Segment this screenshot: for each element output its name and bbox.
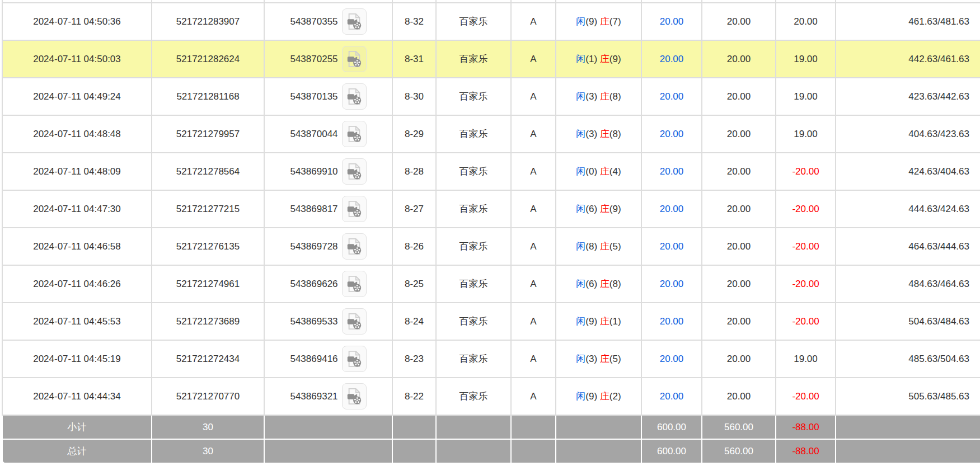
video-replay-button[interactable] [342,8,367,35]
bet-records-table-container: 2024-07-11 04:50:36521721283907543870355… [2,0,980,464]
banker-label: 庄 [600,204,609,214]
banker-score: (1) [609,316,621,327]
game-id-cell: 543870135 [264,78,392,115]
game-type-cell: 百家乐 [436,115,511,153]
table-code-cell: A [511,378,556,415]
bet-time-cell: 2024-07-11 04:45:19 [2,340,152,378]
table-row[interactable]: 2024-07-11 04:45:53521721273689543869533… [2,303,980,340]
table-row[interactable]: 2024-07-11 04:48:48521721279957543870044… [2,115,980,153]
result-cell: 闲(3) 庄(8) [556,78,641,115]
game-id-cell: 543869533 [264,303,392,340]
video-replay-icon [346,125,363,143]
banker-score: (8) [609,129,621,139]
game-type-cell: 百家乐 [436,340,511,378]
table-code-cell: A [511,40,556,78]
order-id-cell: 521721283907 [152,3,264,40]
video-replay-button[interactable] [342,196,367,222]
order-id-cell: 521721281168 [152,78,264,115]
order-id-cell: 521721274961 [152,265,264,303]
game-id-cell: 543870255 [264,40,392,78]
banker-score: (8) [609,91,621,102]
table-row[interactable]: 2024-07-11 04:48:09521721278564543869910… [2,153,980,190]
table-row[interactable]: 2024-07-11 04:44:34521721270770543869321… [2,378,980,415]
video-replay-button[interactable] [342,83,367,110]
video-replay-icon [346,387,363,406]
game-id: 543870044 [290,129,337,140]
bet-amount-cell: 20.00 [641,40,702,78]
game-id: 543869533 [290,316,337,327]
balance-cell: 423.63/442.63 [836,78,980,115]
player-label: 闲 [576,279,585,289]
video-replay-button[interactable] [342,383,367,409]
video-replay-icon [346,162,363,181]
video-replay-button[interactable] [342,271,367,297]
player-label: 闲 [576,129,585,139]
banker-score: (4) [609,166,621,177]
table-row[interactable]: 2024-07-11 04:45:19521721272434543869416… [2,340,980,378]
bet-time-cell: 2024-07-11 04:48:09 [2,153,152,190]
table-row[interactable]: 2024-07-11 04:47:30521721277215543869817… [2,190,980,228]
win-loss-cell: -20.00 [776,378,836,415]
video-replay-button[interactable] [342,46,367,72]
result-cell: 闲(9) 庄(7) [556,3,641,40]
bet-time-cell: 2024-07-11 04:46:26 [2,265,152,303]
table-code-cell: A [511,303,556,340]
valid-bet-cell: 20.00 [702,340,776,378]
table-row-highlighted[interactable]: 2024-07-11 04:50:03521721282624543870255… [2,40,980,78]
game-id-cell: 543869910 [264,153,392,190]
valid-bet-cell: 20.00 [702,115,776,153]
player-score: (3) [585,91,597,102]
game-id: 543870355 [290,16,337,27]
order-id-cell: 521721273689 [152,303,264,340]
table-row[interactable]: 2024-07-11 04:46:58521721276135543869728… [2,228,980,265]
summary-win-total-cell: -88.00 [776,415,836,439]
game-type-cell: 百家乐 [436,3,511,40]
video-replay-icon [346,350,363,368]
game-id-cell: 543869626 [264,265,392,303]
banker-label: 庄 [600,16,609,27]
result-cell: 闲(9) 庄(1) [556,303,641,340]
round-cell: 8-27 [392,190,436,228]
banker-label: 庄 [600,91,609,102]
bet-time-cell: 2024-07-11 04:46:58 [2,228,152,265]
game-id-cell: 543869728 [264,228,392,265]
table-code-cell: A [511,340,556,378]
balance-cell: 464.63/444.63 [836,228,980,265]
video-replay-button[interactable] [342,346,367,372]
game-id: 543869321 [290,391,337,402]
video-replay-button[interactable] [342,158,367,185]
round-cell: 8-24 [392,303,436,340]
valid-bet-cell: 20.00 [702,228,776,265]
video-replay-button[interactable] [342,233,367,260]
summary-bet-total-cell: 600.00 [641,439,702,463]
player-score: (8) [585,241,597,252]
subtotal-row: 小计30600.00560.00-88.00 [2,415,980,439]
game-id-cell: 543870355 [264,3,392,40]
banker-score: (5) [609,354,621,364]
player-score: (9) [585,391,597,402]
player-score: (1) [585,54,597,64]
summary-label-cell: 小计 [2,415,152,439]
video-replay-button[interactable] [342,121,367,147]
table-row[interactable]: 2024-07-11 04:50:36521721283907543870355… [2,3,980,40]
valid-bet-cell: 20.00 [702,153,776,190]
bet-amount-cell: 20.00 [641,303,702,340]
balance-cell: 505.63/485.63 [836,378,980,415]
game-id-cell: 543869817 [264,190,392,228]
banker-label: 庄 [600,241,609,252]
player-score: (6) [585,204,597,214]
balance-cell: 424.63/404.63 [836,153,980,190]
win-loss-cell: 20.00 [776,3,836,40]
player-label: 闲 [576,16,585,27]
balance-cell: 461.63/481.63 [836,3,980,40]
banker-score: (9) [609,54,621,64]
game-id-cell: 543869321 [264,378,392,415]
result-cell: 闲(0) 庄(4) [556,153,641,190]
table-row[interactable]: 2024-07-11 04:49:24521721281168543870135… [2,78,980,115]
table-code-cell: A [511,153,556,190]
round-cell: 8-32 [392,3,436,40]
game-type-cell: 百家乐 [436,228,511,265]
table-row[interactable]: 2024-07-11 04:46:26521721274961543869626… [2,265,980,303]
video-replay-icon [346,312,363,331]
video-replay-button[interactable] [342,308,367,335]
